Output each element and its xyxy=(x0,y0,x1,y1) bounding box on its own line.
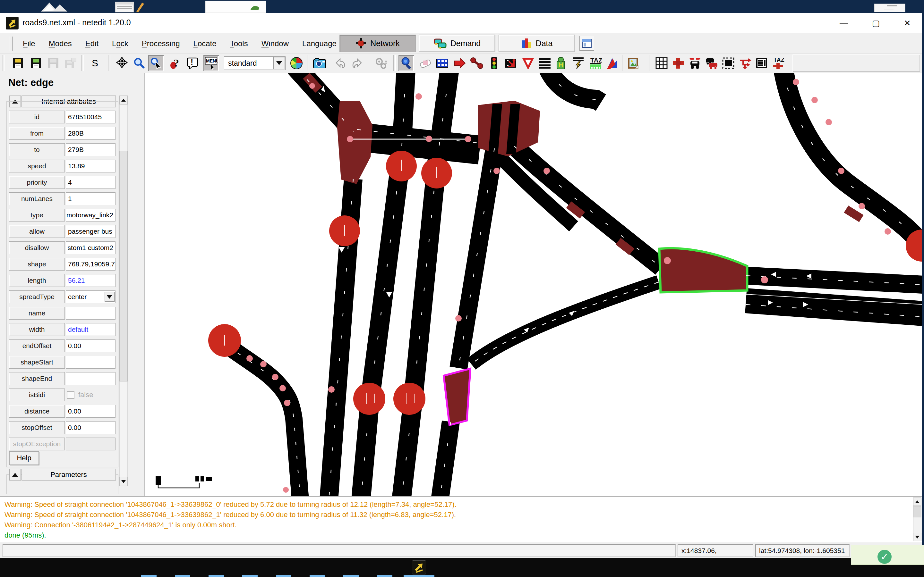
menu-lock[interactable]: Lock xyxy=(105,37,135,51)
attribute-label-stopOffset[interactable]: stopOffset xyxy=(9,421,65,434)
select-mode-icon[interactable] xyxy=(435,55,450,71)
message-scrollbar-thumb[interactable] xyxy=(913,506,921,517)
supermode-s-shortcut[interactable]: S xyxy=(87,55,103,71)
notification-toast[interactable]: ✓ xyxy=(851,545,924,565)
attribute-label-shapeStart[interactable]: shapeStart xyxy=(9,356,65,369)
attribute-value-type[interactable]: motorway_link2 xyxy=(66,209,115,221)
locate-cursor-icon[interactable] xyxy=(148,55,164,71)
prohibition-mode-icon[interactable] xyxy=(520,55,536,71)
messages-window-icon[interactable]: ! xyxy=(185,55,200,71)
taz-mode-icon[interactable]: TAZ xyxy=(588,55,603,71)
shape-mode-icon[interactable] xyxy=(604,55,620,71)
menu-locate[interactable]: Locate xyxy=(187,37,223,51)
attribute-value-shapeEnd[interactable] xyxy=(66,372,115,385)
menu-window[interactable]: Window xyxy=(255,37,296,51)
magenta-junction-shape[interactable] xyxy=(444,369,470,425)
help-button[interactable]: Help xyxy=(9,451,39,465)
attribute-value-length[interactable]: 56.21 xyxy=(66,274,115,287)
menu-language[interactable]: Language xyxy=(296,37,343,51)
close-button[interactable]: ✕ xyxy=(897,17,918,29)
vehicle-mode-icon[interactable] xyxy=(687,55,703,71)
tab-network[interactable]: Network xyxy=(339,35,416,52)
combobox-dropdown-icon[interactable] xyxy=(273,57,285,69)
attribute-value-shapeStart[interactable] xyxy=(66,356,115,369)
collapse-parameters-button[interactable] xyxy=(9,469,21,480)
save-demand-button[interactable] xyxy=(63,55,78,71)
attribute-label-to[interactable]: to xyxy=(9,143,65,156)
save-plain-xml-button[interactable] xyxy=(28,55,44,71)
junction-shape-icon[interactable] xyxy=(670,55,686,71)
title-bar[interactable] xyxy=(0,13,922,33)
attribute-value-stopOffset[interactable]: 0.00 xyxy=(66,421,115,434)
checkbox-isBidi[interactable] xyxy=(67,391,74,399)
attribute-label-disallow[interactable]: disallow xyxy=(9,242,65,254)
attribute-value-width[interactable]: default xyxy=(66,323,115,336)
panel-scroll-down-icon[interactable] xyxy=(120,477,128,486)
attribute-value-priority[interactable]: 4 xyxy=(66,176,115,189)
crossing-mode-icon[interactable] xyxy=(537,55,552,71)
menu-edit[interactable]: Edit xyxy=(79,37,105,51)
wire-mode-icon[interactable] xyxy=(570,55,586,71)
additional-mode-icon[interactable]: H xyxy=(553,55,569,71)
attribute-label-numLanes[interactable]: numLanes xyxy=(9,192,65,205)
selected-junction-shape[interactable] xyxy=(659,248,747,292)
taz-relation-icon[interactable]: TAZ xyxy=(771,55,786,71)
color-wheel-icon[interactable] xyxy=(289,55,304,71)
menu-toggle-icon[interactable]: MENU xyxy=(204,55,219,71)
attribute-label-name[interactable]: name xyxy=(9,307,65,319)
create-edge-mode-icon[interactable] xyxy=(469,55,485,71)
attribute-label-endOffset[interactable]: endOffset xyxy=(9,340,65,352)
attribute-value-allow[interactable]: passenger bus xyxy=(66,225,115,238)
attribute-value-speed[interactable]: 13.89 xyxy=(66,160,115,172)
tab-data[interactable]: Data xyxy=(499,35,575,52)
undo-icon[interactable] xyxy=(333,55,348,71)
route-distribution-icon[interactable] xyxy=(754,55,769,71)
attribute-value-shape[interactable]: 768.79,19059.77 xyxy=(66,258,115,271)
stop-mode-icon[interactable] xyxy=(720,55,736,71)
network-canvas[interactable] xyxy=(145,73,922,496)
desktop-picture-icon[interactable] xyxy=(39,1,69,12)
compute-options-icon[interactable] xyxy=(373,55,389,71)
inspect-mode-icon[interactable] xyxy=(399,55,414,71)
attribute-label-type[interactable]: type xyxy=(9,209,65,221)
message-log[interactable]: Warning: Speed of straight connection '1… xyxy=(0,496,922,542)
parameters-header[interactable]: Parameters xyxy=(21,469,116,480)
traffic-light-mode-icon[interactable] xyxy=(486,55,502,71)
attribute-value-distance[interactable]: 0.00 xyxy=(66,405,115,418)
tab-demand[interactable]: Demand xyxy=(419,35,495,52)
attribute-value-numLanes[interactable]: 1 xyxy=(66,192,115,205)
attribute-label-spreadType[interactable]: spreadType xyxy=(9,290,65,303)
screenshot-camera-icon[interactable] xyxy=(312,55,327,71)
message-scroll-down-icon[interactable] xyxy=(913,533,921,541)
desktop-window-preview[interactable] xyxy=(205,1,266,13)
route-mode-icon[interactable] xyxy=(737,55,753,71)
undock-views-button[interactable] xyxy=(580,36,594,51)
menu-modes[interactable]: Modes xyxy=(42,37,79,51)
dropdown-icon-spreadType[interactable] xyxy=(105,292,114,301)
zoom-icon[interactable] xyxy=(132,55,147,71)
attribute-label-shapeEnd[interactable]: shapeEnd xyxy=(9,372,65,385)
attribute-label-priority[interactable]: priority xyxy=(9,176,65,189)
save-additionals-button[interactable] xyxy=(45,55,61,71)
grid-toggle-icon[interactable] xyxy=(654,55,669,71)
attribute-label-id[interactable]: id xyxy=(9,111,65,123)
attribute-label-shape[interactable]: shape xyxy=(9,258,65,271)
decal-poi-icon[interactable] xyxy=(626,55,641,71)
netedit-taskbar-icon[interactable] xyxy=(411,560,427,575)
desktop-notepad-icon[interactable] xyxy=(114,1,146,13)
attribute-label-speed[interactable]: speed xyxy=(9,160,65,172)
attribute-label-allow[interactable]: allow xyxy=(9,225,65,238)
attribute-value-id[interactable]: 678510045 xyxy=(66,111,115,123)
redo-icon[interactable] xyxy=(350,55,365,71)
attribute-value-endOffset[interactable]: 0.00 xyxy=(66,340,115,352)
desktop-document-icon[interactable] xyxy=(874,1,906,12)
minimize-button[interactable]: — xyxy=(834,17,854,29)
help-question-icon[interactable]: ? xyxy=(168,55,183,71)
save-network-button[interactable] xyxy=(10,55,26,71)
panel-scroll-up-icon[interactable] xyxy=(120,95,128,105)
attribute-label-length[interactable]: length xyxy=(9,274,65,287)
attribute-value-disallow[interactable]: stom1 custom2 xyxy=(66,242,115,254)
attribute-value-name[interactable] xyxy=(66,307,115,319)
attribute-value-to[interactable]: 279B xyxy=(66,143,115,156)
attribute-label-width[interactable]: width xyxy=(9,323,65,336)
